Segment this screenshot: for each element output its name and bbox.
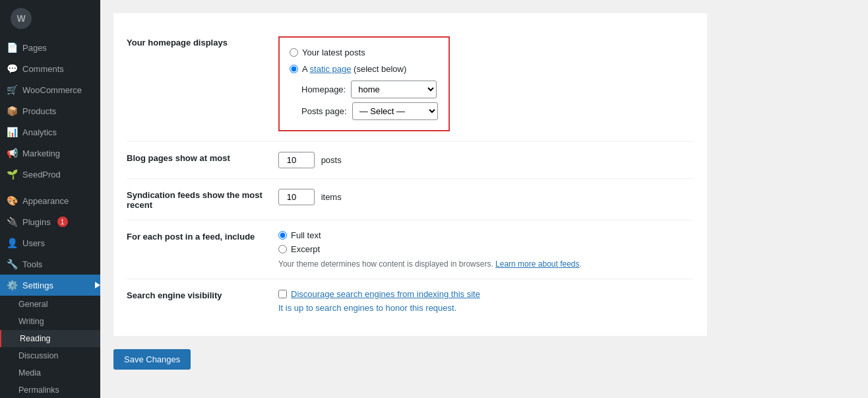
- posts-page-select-row: Posts page: — Select —: [301, 102, 439, 120]
- homepage-select-row: Homepage: home Sample Page: [301, 81, 439, 98]
- search-visibility-note: It is up to search engines to honor this…: [278, 303, 694, 313]
- radio-static-page-label: A static page (select below): [302, 64, 406, 74]
- sidebar-label-analytics: Analytics: [22, 127, 57, 137]
- site-logo[interactable]: W: [0, 0, 100, 37]
- sidebar-item-users[interactable]: 👤 Users: [0, 232, 100, 253]
- users-icon: 👤: [7, 238, 17, 248]
- feed-theme-note: Your theme determines how content is dis…: [278, 259, 694, 269]
- posts-page-select[interactable]: — Select —: [352, 102, 438, 120]
- settings-submenu: General Writing Reading Discussion Media…: [0, 296, 100, 398]
- sidebar-item-seedprod[interactable]: 🌱 SeedProd: [0, 164, 100, 185]
- wp-icon: W: [11, 8, 32, 29]
- sidebar-item-appearance[interactable]: 🎨 Appearance: [0, 190, 100, 211]
- search-visibility-checkbox-label[interactable]: Discourage search engines from indexing …: [291, 289, 480, 299]
- radio-latest-posts-input[interactable]: [290, 48, 298, 57]
- sidebar-label-products: Products: [22, 106, 56, 116]
- plugins-badge: 1: [57, 216, 68, 227]
- homepage-select[interactable]: home Sample Page: [351, 81, 437, 98]
- homepage-box: Your latest posts A static page (select …: [278, 36, 450, 131]
- settings-icon: ⚙️: [7, 280, 17, 290]
- comments-icon: 💬: [7, 63, 17, 74]
- sidebar-label-pages: Pages: [22, 43, 47, 53]
- sidebar-item-marketing[interactable]: 📢 Marketing: [0, 143, 100, 164]
- radio-static-page: A static page (select below): [290, 64, 439, 74]
- blog-pages-unit: posts: [321, 155, 342, 165]
- sidebar-label-woocommerce: WooCommerce: [22, 85, 82, 95]
- sidebar-label-plugins: Plugins: [22, 217, 51, 227]
- syndication-field: items: [278, 189, 694, 205]
- search-visibility-label: Search engine visibility: [127, 289, 278, 300]
- sidebar-label-comments: Comments: [22, 64, 64, 74]
- feed-include-field: Full text Excerpt Your theme determines …: [278, 230, 694, 269]
- sidebar-item-tools[interactable]: 🔧 Tools: [0, 253, 100, 275]
- feed-excerpt-label[interactable]: Excerpt: [278, 244, 694, 254]
- blog-pages-label: Blog pages show at most: [127, 152, 278, 163]
- settings-collapse-arrow: [95, 282, 100, 288]
- submenu-item-permalinks[interactable]: Permalinks: [0, 381, 100, 398]
- analytics-icon: 📊: [7, 127, 17, 137]
- feed-full-text-radio[interactable]: [278, 231, 287, 240]
- static-page-link[interactable]: static page: [310, 64, 352, 74]
- feed-include-row: For each post in a feed, include Full te…: [127, 220, 694, 279]
- feed-full-text-label[interactable]: Full text: [278, 230, 694, 240]
- sidebar-item-analytics[interactable]: 📊 Analytics: [0, 121, 100, 143]
- syndication-row: Syndication feeds show the most recent i…: [127, 179, 694, 220]
- submenu-item-general[interactable]: General: [0, 296, 100, 313]
- syndication-input[interactable]: [278, 189, 315, 205]
- homepage-displays-field: Your latest posts A static page (select …: [278, 36, 694, 131]
- sidebar-label-seedprod: SeedProd: [22, 170, 61, 180]
- settings-form: Your homepage displays Your latest posts…: [113, 13, 707, 336]
- posts-page-select-label: Posts page:: [301, 106, 347, 116]
- search-visibility-checkbox[interactable]: [278, 290, 287, 298]
- learn-more-feeds-link[interactable]: Learn more about feeds: [495, 259, 579, 269]
- syndication-label: Syndication feeds show the most recent: [127, 189, 278, 210]
- sidebar-label-appearance: Appearance: [22, 196, 69, 206]
- marketing-icon: 📢: [7, 148, 17, 158]
- seedprod-icon: 🌱: [7, 169, 17, 180]
- blog-pages-row: Blog pages show at most posts: [127, 142, 694, 179]
- main-content: Your homepage displays Your latest posts…: [100, 0, 868, 398]
- sidebar: W 📄 Pages 💬 Comments 🛒 WooCommerce 📦 Pro…: [0, 0, 100, 398]
- search-visibility-row: Search engine visibility Discourage sear…: [127, 279, 694, 323]
- blog-pages-field: posts: [278, 152, 694, 168]
- sidebar-item-plugins[interactable]: 🔌 Plugins 1: [0, 211, 100, 232]
- radio-static-page-input[interactable]: [290, 65, 298, 73]
- submenu-item-writing[interactable]: Writing: [0, 313, 100, 330]
- sidebar-item-pages[interactable]: 📄 Pages: [0, 37, 100, 58]
- homepage-displays-row: Your homepage displays Your latest posts…: [127, 26, 694, 142]
- appearance-icon: 🎨: [7, 195, 17, 206]
- feed-excerpt-radio[interactable]: [278, 245, 287, 253]
- products-icon: 📦: [7, 106, 17, 116]
- plugins-icon: 🔌: [7, 216, 17, 227]
- syndication-unit: items: [321, 192, 342, 202]
- radio-latest-posts: Your latest posts: [290, 48, 439, 57]
- homepage-select-label: Homepage:: [301, 84, 346, 94]
- save-changes-button[interactable]: Save Changes: [113, 349, 191, 370]
- save-section: Save Changes: [113, 349, 855, 370]
- feed-radio-group: Full text Excerpt: [278, 230, 694, 254]
- pages-icon: 📄: [7, 42, 17, 53]
- search-visibility-field: Discourage search engines from indexing …: [278, 289, 694, 313]
- woocommerce-icon: 🛒: [7, 84, 17, 95]
- sidebar-item-woocommerce[interactable]: 🛒 WooCommerce: [0, 79, 100, 100]
- tools-icon: 🔧: [7, 259, 17, 269]
- submenu-item-reading[interactable]: Reading: [0, 330, 100, 347]
- radio-latest-posts-label[interactable]: Your latest posts: [302, 48, 365, 57]
- sidebar-label-tools: Tools: [22, 259, 42, 269]
- sidebar-item-products[interactable]: 📦 Products: [0, 100, 100, 121]
- sidebar-item-comments[interactable]: 💬 Comments: [0, 58, 100, 79]
- sidebar-label-settings: Settings: [22, 281, 53, 290]
- sidebar-item-settings[interactable]: ⚙️ Settings: [0, 275, 100, 296]
- submenu-item-discussion[interactable]: Discussion: [0, 347, 100, 364]
- homepage-displays-label: Your homepage displays: [127, 36, 278, 48]
- sidebar-label-marketing: Marketing: [22, 149, 60, 158]
- sidebar-label-users: Users: [22, 238, 45, 248]
- feed-include-label: For each post in a feed, include: [127, 230, 278, 242]
- search-visibility-checkbox-row: Discourage search engines from indexing …: [278, 289, 694, 299]
- submenu-item-media[interactable]: Media: [0, 364, 100, 381]
- blog-pages-input[interactable]: [278, 152, 315, 168]
